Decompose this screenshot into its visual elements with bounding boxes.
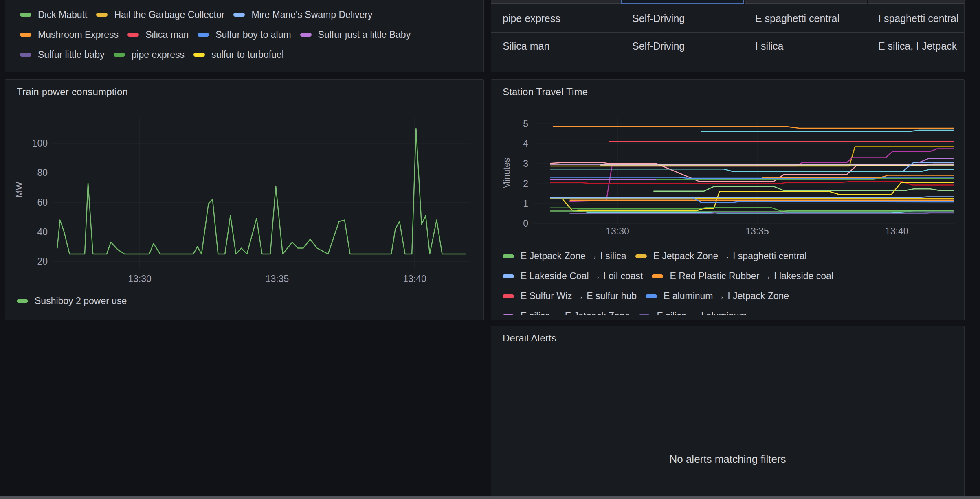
legend-item[interactable]: E silica → I aluminum: [639, 311, 747, 315]
table-cell: pipe express: [503, 10, 615, 26]
series-color-marker: [20, 13, 31, 17]
legend-label: pipe express: [132, 49, 185, 60]
legend-item[interactable]: E silica → E Jetpack Zone: [503, 311, 630, 315]
chart-series-line: [551, 182, 956, 185]
table-cell: I silica: [755, 38, 872, 54]
grafana-dashboard: Dick MabuttHail the Garbage CollectorMir…: [0, 0, 980, 499]
y-tick-label: 20: [37, 256, 48, 267]
legend-label: E Jetpack Zone → I spaghetti central: [653, 251, 807, 262]
y-tick-label: 2: [523, 178, 528, 189]
table-cell: Silica man: [503, 38, 615, 54]
legend-item[interactable]: E Sulfur Wiz → E sulfur hub: [503, 291, 637, 302]
series-color-marker: [646, 294, 657, 298]
legend-label: Silica man: [145, 29, 189, 40]
legend-label: E Red Plastic Rubber → I lakeside coal: [670, 271, 833, 282]
horizontal-scrollbar[interactable]: [0, 496, 980, 499]
chart-series-line: [654, 186, 956, 191]
legend-label: sulfur to turbofuel: [211, 49, 284, 60]
series-color-marker: [233, 13, 245, 17]
table-header-gap: [867, 0, 868, 4]
legend-item[interactable]: pipe express: [114, 49, 185, 60]
legend-item[interactable]: Mire Marie's Swamp Delivery: [233, 9, 372, 20]
train-power-chart-canvas[interactable]: 2040608010013:3013:3513:40: [5, 80, 484, 321]
series-color-marker: [503, 314, 514, 315]
station-travel-legend: E Jetpack Zone → I silicaE Jetpack Zone …: [503, 251, 833, 315]
panel-train-legend: Dick MabuttHail the Garbage CollectorMir…: [5, 0, 484, 72]
legend-row: Sushiboy 2 power use: [17, 295, 127, 306]
chart-series-line: [551, 197, 956, 197]
train-names-legend: Dick MabuttHail the Garbage CollectorMir…: [20, 9, 411, 60]
panel-derail-alerts: Derail Alerts No alerts matching filters: [491, 326, 965, 497]
y-tick-label: 100: [32, 138, 48, 149]
series-color-marker: [503, 274, 514, 278]
legend-item[interactable]: E Lakeside Coal → I oil coast: [503, 271, 643, 282]
y-tick-label: 5: [523, 118, 528, 129]
table-row: Silica manSelf-DrivingI silicaE silica, …: [491, 38, 964, 54]
legend-row: E Jetpack Zone → I silicaE Jetpack Zone …: [503, 251, 833, 261]
legend-label: Dick Mabutt: [38, 9, 87, 20]
x-tick-label: 13:35: [266, 274, 289, 284]
panel-train-table: pipe expressSelf-DrivingE spaghetti cent…: [491, 0, 965, 72]
legend-item[interactable]: Dick Mabutt: [20, 9, 87, 20]
series-color-marker: [300, 33, 312, 37]
legend-label: E Lakeside Coal → I oil coast: [521, 271, 643, 282]
legend-label: E Jetpack Zone → I silica: [521, 251, 626, 262]
legend-item[interactable]: Sulfur boy to alum: [198, 29, 291, 40]
legend-item[interactable]: Mushroom Express: [20, 29, 119, 40]
chart-series-line: [57, 129, 466, 254]
series-color-marker: [503, 294, 514, 298]
legend-label: Sulfur boy to alum: [215, 29, 291, 40]
chart-series-line: [919, 158, 956, 162]
series-color-marker: [193, 53, 205, 57]
legend-row: E silica → E Jetpack ZoneE silica → I al…: [503, 311, 833, 315]
legend-item[interactable]: Hail the Garbage Collector: [96, 9, 224, 20]
panel-train-power: Train power consumption MW 2040608010013…: [5, 79, 484, 320]
legend-row: E Sulfur Wiz → E sulfur hubE aluminum → …: [503, 291, 833, 301]
station-legend-clip: E Jetpack Zone → I silicaE Jetpack Zone …: [503, 251, 955, 315]
legend-item[interactable]: E aluminum → I Jetpack Zone: [646, 291, 789, 302]
y-tick-label: 80: [37, 167, 48, 178]
y-tick-label: 3: [523, 158, 528, 169]
x-tick-label: 13:40: [885, 226, 909, 236]
y-tick-label: 4: [523, 138, 528, 149]
series-color-marker: [652, 274, 663, 278]
legend-item[interactable]: Silica man: [127, 29, 189, 40]
table-cell: Self-Driving: [632, 38, 749, 54]
legend-item[interactable]: Sulfur just a little Baby: [300, 29, 411, 40]
series-color-marker: [503, 254, 514, 258]
legend-label: Mire Marie's Swamp Delivery: [251, 9, 372, 20]
series-color-marker: [127, 33, 139, 37]
legend-item[interactable]: Sulfur little baby: [20, 49, 105, 60]
legend-item[interactable]: E Jetpack Zone → I silica: [503, 251, 626, 262]
panel-title[interactable]: Derail Alerts: [503, 333, 556, 344]
chart-series-line: [701, 130, 956, 132]
series-color-marker: [20, 53, 31, 57]
train-power-legend: Sushiboy 2 power use: [17, 295, 127, 306]
legend-row: E Lakeside Coal → I oil coastE Red Plast…: [503, 271, 833, 281]
legend-label: Sulfur little baby: [38, 49, 105, 60]
legend-item[interactable]: Sushiboy 2 power use: [17, 295, 127, 306]
legend-row: Mushroom ExpressSilica manSulfur boy to …: [20, 29, 411, 40]
table-cell: Self-Driving: [632, 10, 749, 26]
table-row-separator: [491, 60, 964, 60]
series-color-marker: [20, 33, 31, 37]
series-color-marker: [198, 33, 209, 37]
legend-label: E silica → I aluminum: [657, 311, 747, 315]
legend-item[interactable]: sulfur to turbofuel: [193, 49, 284, 60]
table-row-separator: [491, 32, 964, 33]
series-color-marker: [96, 13, 108, 17]
y-tick-label: 60: [37, 197, 48, 208]
table-cell: E spaghetti central: [755, 10, 872, 26]
legend-item[interactable]: E Red Plastic Rubber → I lakeside coal: [652, 271, 833, 282]
x-tick-label: 13:35: [745, 226, 769, 236]
table-cell: I spaghetti central: [878, 10, 965, 26]
legend-label: E silica → E Jetpack Zone: [521, 311, 630, 315]
y-tick-label: 1: [523, 198, 528, 209]
legend-label: Sushiboy 2 power use: [35, 295, 127, 306]
legend-item[interactable]: E Jetpack Zone → I spaghetti central: [635, 251, 807, 262]
chart-series-line: [553, 127, 956, 128]
x-tick-label: 13:30: [606, 226, 629, 236]
table-header-cell-focused[interactable]: [621, 0, 744, 4]
legend-label: Sulfur just a little Baby: [318, 29, 411, 40]
legend-label: E Sulfur Wiz → E sulfur hub: [521, 291, 637, 302]
